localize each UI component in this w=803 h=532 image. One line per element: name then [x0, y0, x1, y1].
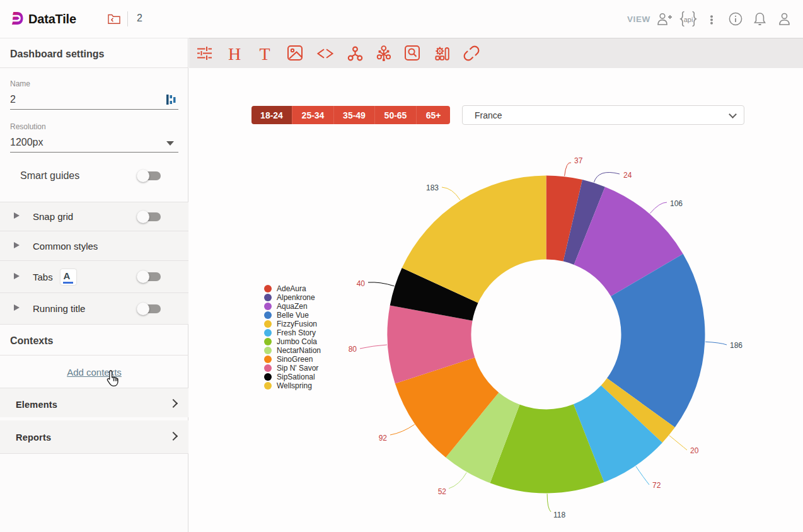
svg-text:40: 40	[357, 279, 366, 288]
svg-text:183: 183	[426, 183, 439, 192]
svg-text:20: 20	[690, 446, 699, 455]
svg-text:80: 80	[349, 345, 357, 354]
svg-text:api: api	[684, 16, 693, 23]
svg-text:52: 52	[438, 487, 447, 496]
svg-text:118: 118	[553, 511, 565, 519]
svg-text:37: 37	[574, 156, 583, 165]
svg-text:24: 24	[623, 171, 632, 180]
svg-text:72: 72	[652, 481, 661, 490]
svg-text:186: 186	[730, 341, 742, 350]
svg-text:106: 106	[670, 199, 683, 208]
svg-text:92: 92	[379, 434, 388, 442]
